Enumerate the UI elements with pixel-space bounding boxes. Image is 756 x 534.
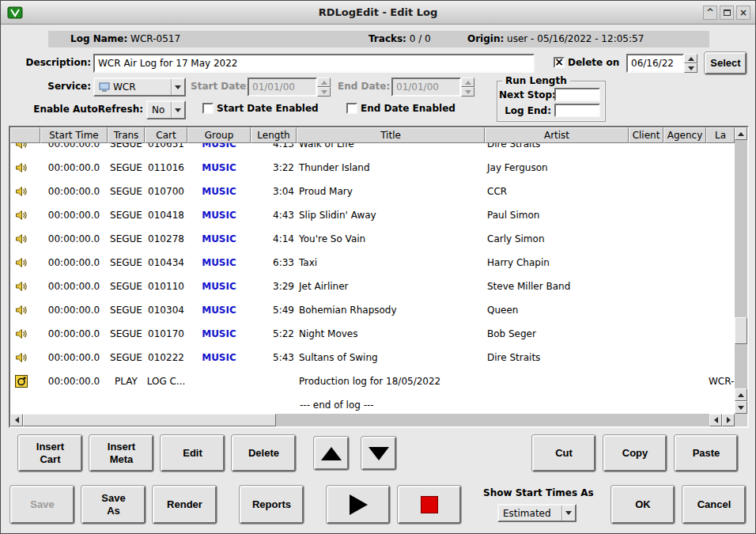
- show-start-times-value: Estimated: [503, 508, 551, 519]
- scroll-right-icon[interactable]: [722, 414, 735, 426]
- speaker-icon: [15, 304, 28, 316]
- stop-icon: [421, 496, 438, 513]
- table-row[interactable]: 00:00:00.0 SEGUE 010700 MUSIC 3:04 Proud…: [10, 180, 735, 203]
- ok-button[interactable]: OK: [611, 486, 675, 524]
- spinner-up-icon: [461, 78, 474, 87]
- horizontal-scrollbar-thumb[interactable]: [23, 414, 276, 426]
- cell-cart: 010222: [145, 346, 187, 369]
- column-header-start-time[interactable]: Start Time: [40, 127, 108, 143]
- table-row[interactable]: 00:00:00.0 SEGUE 010170 MUSIC 5:22 Night…: [10, 322, 735, 346]
- scroll-down-icon[interactable]: [735, 401, 747, 414]
- column-header-icon[interactable]: [10, 127, 40, 143]
- spinner-down-icon: [317, 87, 331, 97]
- save-as-button[interactable]: Save As: [81, 486, 146, 524]
- column-header-client[interactable]: Client: [629, 127, 663, 143]
- row-icon-cell: [10, 369, 40, 393]
- table-row[interactable]: 00:00:00.0 SEGUE 010434 MUSIC 6:33 Taxi …: [10, 251, 735, 275]
- column-header-trans[interactable]: Trans: [108, 127, 145, 143]
- cell-group: [187, 369, 251, 393]
- paste-button[interactable]: Paste: [675, 435, 738, 472]
- play-icon: [350, 494, 368, 515]
- delete-button[interactable]: Delete: [232, 435, 296, 472]
- play-button[interactable]: [327, 486, 390, 524]
- move-up-button[interactable]: [314, 437, 349, 470]
- table-row[interactable]: 00:00:00.0 SEGUE 011016 MUSIC 3:22 Thund…: [10, 156, 735, 180]
- scroll-up-icon[interactable]: [735, 388, 747, 401]
- cell-title: Taxi: [297, 251, 485, 275]
- insert-meta-button[interactable]: Insert Meta: [89, 435, 153, 472]
- column-header-length[interactable]: Length: [251, 127, 297, 143]
- table-row[interactable]: 00:00:00.0 SEGUE 010304 MUSIC 5:49 Bohem…: [10, 298, 735, 322]
- titlebar[interactable]: RDLogEdit - Edit Log ^ ×: [1, 1, 755, 25]
- cell-length: 3:22: [251, 156, 297, 180]
- spinner-down-icon[interactable]: [684, 63, 697, 73]
- origin-label: Origin:: [467, 33, 504, 44]
- cell-group: MUSIC: [187, 227, 251, 251]
- table-row[interactable]: 00:00:00.0 SEGUE 010110 MUSIC 3:29 Jet A…: [10, 275, 735, 298]
- table-row[interactable]: 00:00:00.0 SEGUE 010222 MUSIC 5:43 Sulta…: [10, 346, 735, 369]
- end-date-enabled-checkbox[interactable]: [346, 103, 357, 114]
- table-row[interactable]: 00:00:00.0 SEGUE 010278 MUSIC 4:14 You'r…: [10, 227, 735, 251]
- delete-date-spinbox[interactable]: [626, 54, 697, 73]
- cell-artist: Carly Simon: [485, 227, 629, 251]
- horizontal-scrollbar[interactable]: [10, 414, 735, 426]
- origin: Origin: user - 05/16/2022 - 12:05:57: [467, 33, 644, 44]
- cell-artist: Jay Ferguson: [485, 156, 629, 180]
- copy-button[interactable]: Copy: [603, 435, 667, 472]
- column-header-agency[interactable]: Agency: [663, 127, 706, 143]
- spinner-up-icon: [317, 78, 331, 87]
- cell-title: You're So Vain: [297, 227, 485, 251]
- scroll-up-icon[interactable]: [735, 127, 747, 140]
- service-label: Service:: [7, 81, 91, 92]
- vertical-scrollbar-thumb[interactable]: [735, 317, 747, 344]
- cell-artist: Harry Chapin: [485, 251, 629, 275]
- scroll-left-icon[interactable]: [709, 414, 722, 426]
- cell-label: [706, 156, 735, 180]
- column-header-cart[interactable]: Cart: [145, 127, 187, 143]
- cut-button[interactable]: Cut: [532, 435, 595, 472]
- start-date-input: [248, 78, 317, 97]
- column-header-label[interactable]: La: [706, 127, 735, 143]
- reports-button[interactable]: Reports: [240, 486, 304, 524]
- delete-date-input[interactable]: [626, 54, 684, 73]
- autorefresh-combo[interactable]: No: [146, 100, 186, 119]
- log-end-value: [554, 104, 600, 117]
- service-combo[interactable]: WCR: [93, 78, 186, 97]
- edit-button[interactable]: Edit: [161, 435, 225, 472]
- log-name-label: Log Name:: [70, 33, 127, 44]
- cell-agency: [663, 298, 706, 322]
- shade-icon[interactable]: ^: [703, 6, 717, 20]
- render-button[interactable]: Render: [153, 486, 217, 524]
- table-row[interactable]: 00:00:00.0 SEGUE 010418 MUSIC 4:43 Slip …: [10, 203, 735, 227]
- description-input[interactable]: [93, 54, 535, 73]
- cell-group: MUSIC: [187, 156, 251, 180]
- column-header-artist[interactable]: Artist: [485, 127, 629, 143]
- column-header-group[interactable]: Group: [187, 127, 251, 143]
- select-button[interactable]: Select: [705, 52, 747, 74]
- end-date-input: [391, 78, 461, 97]
- cell-title: Slip Slidin' Away: [297, 203, 485, 227]
- table-row[interactable]: 00:00:00.0 PLAY LOG C... Production log …: [10, 369, 735, 393]
- cell-length: 5:43: [251, 346, 297, 369]
- close-icon[interactable]: ×: [736, 6, 750, 20]
- show-start-times-combo[interactable]: Estimated: [497, 504, 576, 522]
- chain-icon: [15, 375, 28, 388]
- speaker-icon: [15, 161, 28, 174]
- move-down-button[interactable]: [361, 437, 396, 470]
- stop-button[interactable]: [398, 486, 461, 524]
- scroll-left-icon[interactable]: [10, 414, 23, 426]
- run-length-group: Next Stop: Log End:: [497, 81, 606, 122]
- cell-length: [251, 369, 297, 393]
- cancel-button[interactable]: Cancel: [682, 486, 746, 524]
- insert-cart-button[interactable]: Insert Cart: [18, 435, 82, 472]
- save-button: Save: [10, 486, 74, 524]
- vertical-scrollbar[interactable]: [735, 127, 747, 414]
- column-header-title[interactable]: Title: [297, 127, 485, 143]
- cell-agency: [663, 227, 706, 251]
- maximize-icon[interactable]: [720, 6, 734, 20]
- table-row[interactable]: 00:00:00.0 SEGUE 010651 MUSIC 4:13 Walk …: [10, 143, 735, 156]
- delete-on-checkbox[interactable]: [554, 57, 565, 68]
- start-date-enabled-checkbox[interactable]: [202, 103, 214, 114]
- autorefresh-label: Enable AutoRefresh:: [7, 104, 143, 115]
- spinner-up-icon[interactable]: [684, 54, 697, 63]
